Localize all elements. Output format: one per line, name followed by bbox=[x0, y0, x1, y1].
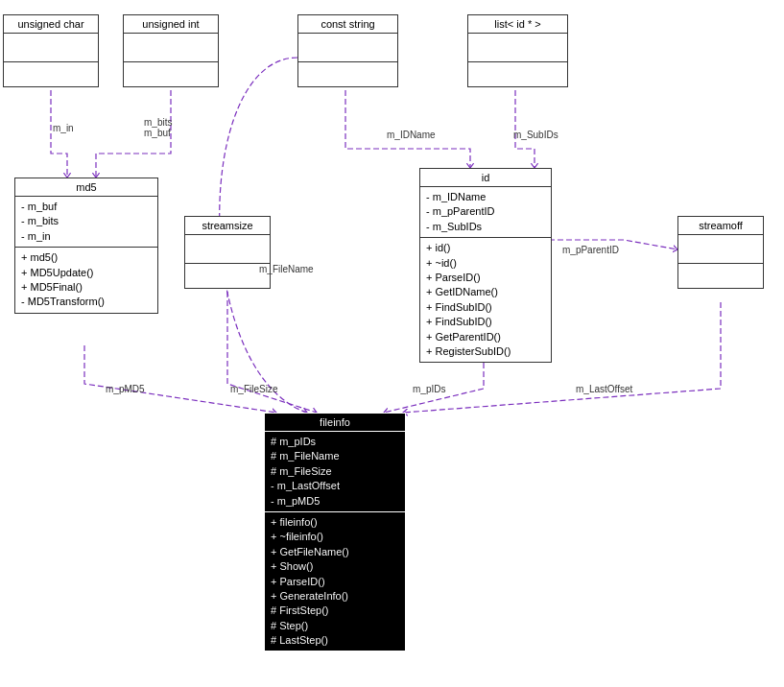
label-m-lastoffset: m_LastOffset bbox=[576, 384, 632, 394]
id-method-6: + FindSubID() bbox=[426, 315, 545, 329]
id-title: id bbox=[420, 169, 551, 187]
id-attr-3: - m_SubIDs bbox=[426, 220, 545, 234]
md5-method-3: + MD5Final() bbox=[21, 280, 152, 295]
fileinfo-method-2: + ~fileinfo() bbox=[271, 530, 399, 544]
fileinfo-attr-1: # m_pIDs bbox=[271, 435, 399, 449]
id-attr-1: - m_IDName bbox=[426, 190, 545, 204]
unsigned-int-attrs bbox=[124, 34, 218, 62]
fileinfo-method-7: # FirstStep() bbox=[271, 604, 399, 618]
id-method-3: + ParseID() bbox=[426, 271, 545, 285]
id-methods: + id() + ~id() + ParseID() + GetIDName()… bbox=[420, 238, 551, 362]
label-m-filename: m_FileName bbox=[259, 264, 314, 274]
streamsize-box: streamsize bbox=[184, 216, 271, 289]
fileinfo-method-3: + GetFileName() bbox=[271, 545, 399, 559]
id-method-7: + GetParentID() bbox=[426, 330, 545, 344]
label-m-in: m_in bbox=[53, 123, 74, 133]
md5-title: md5 bbox=[15, 178, 157, 197]
md5-box: md5 - m_buf - m_bits - m_in + md5() + MD… bbox=[14, 178, 158, 314]
md5-method-4: - MD5Transform() bbox=[21, 295, 152, 309]
unsigned-int-box: unsigned int bbox=[123, 14, 219, 87]
md5-methods: + md5() + MD5Update() + MD5Final() - MD5… bbox=[15, 248, 157, 313]
const-string-methods bbox=[298, 62, 397, 86]
fileinfo-method-6: + GenerateInfo() bbox=[271, 589, 399, 604]
unsigned-char-attrs bbox=[4, 34, 98, 62]
unsigned-int-title: unsigned int bbox=[124, 15, 218, 34]
id-method-1: + id() bbox=[426, 241, 545, 255]
list-id-title: list< id * > bbox=[468, 15, 567, 34]
const-string-box: const string bbox=[297, 14, 398, 87]
md5-attr-2: - m_bits bbox=[21, 214, 152, 228]
label-m-filesize: m_FileSize bbox=[230, 384, 277, 394]
id-attr-2: - m_pParentID bbox=[426, 204, 545, 219]
md5-attr-1: - m_buf bbox=[21, 200, 152, 214]
streamoff-box: streamoff bbox=[677, 216, 764, 289]
fileinfo-methods: + fileinfo() + ~fileinfo() + GetFileName… bbox=[265, 512, 405, 651]
md5-attr-3: - m_in bbox=[21, 229, 152, 244]
fileinfo-attr-3: # m_FileSize bbox=[271, 464, 399, 479]
label-m-idname: m_IDName bbox=[387, 130, 436, 140]
md5-method-1: + md5() bbox=[21, 250, 152, 265]
fileinfo-method-1: + fileinfo() bbox=[271, 515, 399, 530]
list-id-box: list< id * > bbox=[467, 14, 568, 87]
fileinfo-method-9: # LastStep() bbox=[271, 633, 399, 648]
uml-diagram: unsigned char unsigned int const string … bbox=[0, 0, 784, 687]
streamsize-methods bbox=[185, 264, 270, 288]
const-string-attrs bbox=[298, 34, 397, 62]
label-m-bits-buf: m_bits m_buf bbox=[144, 117, 172, 138]
const-string-title: const string bbox=[298, 15, 397, 34]
label-m-subids: m_SubIDs bbox=[513, 130, 558, 140]
streamoff-methods bbox=[678, 264, 763, 288]
streamoff-attrs bbox=[678, 235, 763, 264]
id-method-8: + RegisterSubID() bbox=[426, 344, 545, 359]
id-attrs: - m_IDName - m_pParentID - m_SubIDs bbox=[420, 187, 551, 238]
md5-attrs: - m_buf - m_bits - m_in bbox=[15, 197, 157, 248]
unsigned-char-box: unsigned char bbox=[3, 14, 99, 87]
fileinfo-attrs: # m_pIDs # m_FileName # m_FileSize - m_L… bbox=[265, 432, 405, 512]
list-id-methods bbox=[468, 62, 567, 86]
md5-method-2: + MD5Update() bbox=[21, 266, 152, 280]
fileinfo-attr-2: # m_FileName bbox=[271, 449, 399, 463]
fileinfo-box: fileinfo # m_pIDs # m_FileName # m_FileS… bbox=[264, 413, 406, 651]
unsigned-char-methods bbox=[4, 62, 98, 86]
streamsize-title: streamsize bbox=[185, 217, 270, 235]
fileinfo-title: fileinfo bbox=[265, 414, 405, 432]
list-id-attrs bbox=[468, 34, 567, 62]
fileinfo-method-5: + ParseID() bbox=[271, 575, 399, 589]
label-m-pmd5: m_pMD5 bbox=[106, 384, 145, 394]
id-method-4: + GetIDName() bbox=[426, 285, 545, 299]
fileinfo-attr-4: - m_LastOffset bbox=[271, 479, 399, 493]
id-box: id - m_IDName - m_pParentID - m_SubIDs +… bbox=[419, 168, 552, 363]
unsigned-char-title: unsigned char bbox=[4, 15, 98, 34]
label-m-pparentid: m_pParentID bbox=[562, 245, 619, 255]
fileinfo-method-8: # Step() bbox=[271, 619, 399, 633]
label-m-pids: m_pIDs bbox=[413, 384, 445, 394]
unsigned-int-methods bbox=[124, 62, 218, 86]
fileinfo-method-4: + Show() bbox=[271, 559, 399, 574]
streamsize-attrs bbox=[185, 235, 270, 264]
id-method-2: + ~id() bbox=[426, 256, 545, 271]
id-method-5: + FindSubID() bbox=[426, 300, 545, 315]
fileinfo-attr-5: - m_pMD5 bbox=[271, 494, 399, 509]
streamoff-title: streamoff bbox=[678, 217, 763, 235]
